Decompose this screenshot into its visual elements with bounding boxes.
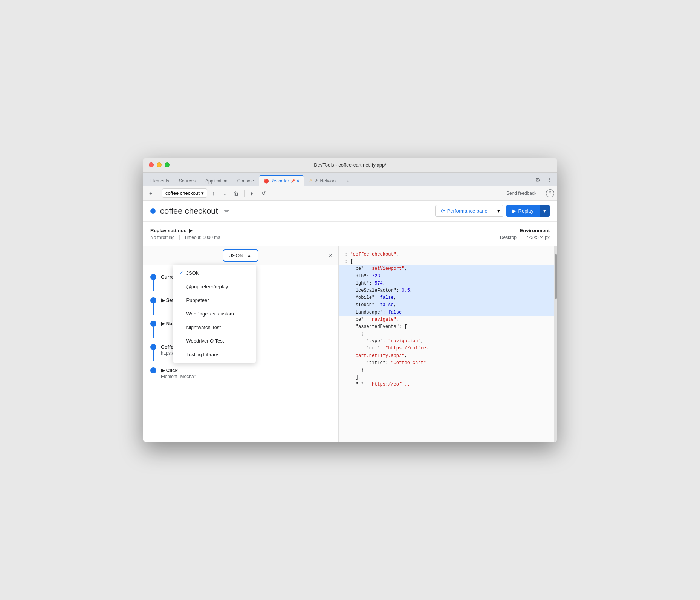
tab-application[interactable]: Application	[201, 176, 232, 186]
tab-recorder[interactable]: 🔴 Recorder 📌 ×	[259, 175, 304, 186]
edit-title-icon[interactable]: ✏	[224, 207, 229, 214]
step-timeline-1	[150, 297, 156, 315]
settings-button[interactable]: ⚙	[533, 175, 542, 184]
env-divider	[521, 235, 521, 240]
replay-arrow-button[interactable]: ▾	[540, 205, 550, 217]
step-more-button-click[interactable]: ⋮	[321, 367, 331, 376]
chevron-down-perf-icon: ▾	[497, 208, 500, 214]
minimize-button[interactable]	[157, 162, 162, 167]
dropdown-puppeteer-replay-label: @puppeteer/replay	[186, 284, 228, 289]
maximize-button[interactable]	[165, 162, 170, 167]
check-json-icon: ✓	[179, 270, 183, 276]
code-line-17: ],	[345, 374, 551, 381]
tab-network-label: ⚠ Network	[315, 178, 336, 184]
replay-settings-toggle[interactable]: Replay settings ▶	[150, 228, 492, 233]
replay-button[interactable]: ▶ Replay	[506, 205, 540, 217]
timeout-label: Timeout: 5000 ms	[184, 235, 220, 240]
step-line-3	[153, 350, 154, 361]
close-button[interactable]	[149, 162, 154, 167]
dropdown-item-nightwatch[interactable]: ✓ Nightwatch Test	[173, 320, 256, 334]
perf-icon: ⟳	[441, 208, 445, 214]
dropdown-puppeteer-label: Puppeteer	[186, 297, 209, 303]
expand-viewport-icon: ▶	[161, 297, 166, 303]
step-dot-4	[150, 367, 156, 373]
code-line-5: iceScaleFactor": 0.5,	[339, 287, 557, 294]
code-line-6: Mobile": false,	[339, 294, 557, 302]
dropdown-item-puppeteer[interactable]: ✓ Puppeteer	[173, 293, 256, 307]
code-line-14: cart.netlify.app/",	[345, 352, 551, 360]
plus-icon: +	[149, 190, 152, 196]
import-button[interactable]: ↓	[220, 188, 230, 198]
recording-selector[interactable]: coffee checkout ▾	[162, 188, 207, 198]
perf-panel-label: Performance panel	[447, 208, 489, 214]
tab-network[interactable]: ⚠ ⚠ Network	[304, 176, 341, 186]
perf-panel-arrow-button[interactable]: ▾	[494, 205, 503, 217]
settings-arrow-icon: ▶	[189, 228, 193, 233]
code-panel: : "coffee checkout", : [ pe": "setViewpo…	[339, 246, 557, 442]
json-label: JSON	[229, 253, 243, 259]
code-line-7: sTouch": false,	[339, 302, 557, 309]
replay-label: Replay	[518, 208, 533, 214]
slow-icon: ↺	[261, 190, 266, 196]
export-button[interactable]: ↑	[209, 188, 219, 198]
code-line-2: pe": "setViewport",	[339, 265, 557, 272]
dropdown-item-webdriverio[interactable]: ✓ WebdriverIO Test	[173, 334, 256, 347]
dropdown-item-puppeteer-replay[interactable]: ✓ @puppeteer/replay	[173, 280, 256, 293]
titlebar: DevTools - coffee-cart.netlify.app/	[143, 158, 557, 173]
tab-more[interactable]: »	[342, 176, 354, 186]
recording-name: coffee checkout	[165, 190, 200, 196]
step-timeline-3	[150, 344, 156, 361]
tab-elements[interactable]: Elements	[146, 176, 174, 186]
chevron-down-icon: ▾	[201, 190, 204, 196]
code-line-0: : "coffee checkout",	[345, 251, 551, 258]
json-format-button[interactable]: JSON ▲	[223, 249, 258, 262]
scrollbar[interactable]	[554, 246, 557, 442]
help-button[interactable]: ?	[546, 189, 554, 197]
content-area: JSON ▲ × ✓ JSON ✓ @puppeteer/replay	[143, 246, 557, 442]
recorder-close-icon[interactable]: ×	[297, 178, 299, 184]
code-line-9: pe": "navigate",	[345, 316, 551, 323]
scrollbar-thumb[interactable]	[555, 254, 557, 299]
environment-settings: Environment Desktop 723×574 px	[500, 228, 550, 240]
step-timeline-4	[150, 367, 156, 373]
dropdown-item-json[interactable]: ✓ JSON	[173, 266, 256, 280]
dropdown-json-label: JSON	[186, 270, 200, 276]
upload-icon: ↑	[212, 190, 215, 196]
play-icon: ▶	[512, 208, 516, 214]
code-line-8: Landscape": false	[339, 309, 557, 316]
performance-panel-button[interactable]: ⟳ Performance panel	[435, 205, 494, 217]
settings-area: Replay settings ▶ No throttling Timeout:…	[143, 222, 557, 246]
close-panel-button[interactable]: ×	[329, 252, 332, 259]
throttling-label: No throttling	[150, 235, 175, 240]
replay-settings: Replay settings ▶ No throttling Timeout:…	[150, 228, 492, 240]
tab-sources[interactable]: Sources	[174, 176, 200, 186]
format-dropdown-menu: ✓ JSON ✓ @puppeteer/replay ✓ Puppeteer	[173, 265, 256, 363]
send-feedback-button[interactable]: Send feedback	[503, 189, 540, 197]
delete-button[interactable]: 🗑	[231, 188, 241, 198]
environment-info: Desktop 723×574 px	[500, 235, 550, 240]
dropdown-item-testing-library[interactable]: ✓ Testing Library	[173, 347, 256, 361]
code-line-10: "assertedEvents": [	[345, 323, 551, 331]
recording-header: coffee checkout ✏ ⟳ Performance panel ▾ …	[143, 201, 557, 222]
step-line-1	[153, 303, 154, 315]
slow-replay-button[interactable]: ↺	[259, 188, 269, 198]
download-icon: ↓	[223, 190, 226, 196]
desktop-label: Desktop	[500, 235, 517, 240]
tab-console[interactable]: Console	[233, 176, 258, 186]
header-controls: ⟳ Performance panel ▾ ▶ Replay ▾	[435, 205, 550, 217]
main-content: coffee checkout ✏ ⟳ Performance panel ▾ …	[143, 201, 557, 442]
add-recording-button[interactable]: +	[146, 188, 156, 198]
resolution-label: 723×574 px	[526, 235, 550, 240]
dropdown-item-webpagetest[interactable]: ✓ WebPageTest custom	[173, 307, 256, 320]
step-click[interactable]: ▶ Click Element "Mocha" ⋮	[143, 364, 338, 385]
settings-info-divider	[179, 235, 180, 240]
step-play-button[interactable]: ⏵	[248, 188, 257, 198]
more-menu-button[interactable]: ⋮	[545, 175, 554, 184]
step-content-4: ▶ Click Element "Mocha"	[161, 367, 321, 382]
step-dot-3	[150, 344, 156, 350]
json-arrow-up-icon: ▲	[246, 253, 252, 259]
code-line-18: "_": "https://cof...	[345, 381, 551, 388]
recording-title: coffee checkout	[160, 206, 218, 216]
step-icon: ⏵	[250, 190, 255, 196]
expand-navigate-icon: ▶	[161, 321, 166, 326]
